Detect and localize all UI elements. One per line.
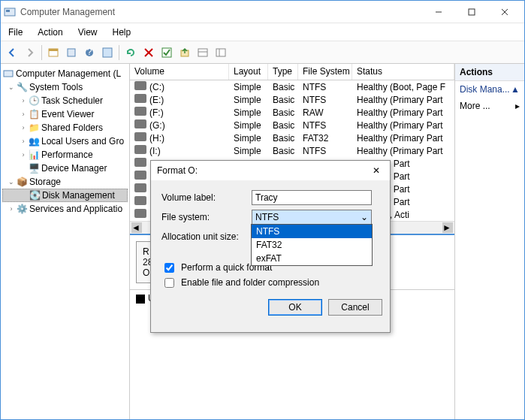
- delete-button[interactable]: [140, 44, 157, 61]
- compression-checkbox[interactable]: Enable file and folder compression: [161, 275, 379, 290]
- svg-rect-7: [49, 49, 58, 51]
- volume-icon: [134, 119, 146, 128]
- svg-rect-8: [68, 49, 75, 56]
- tree-local-users[interactable]: Local Users and Gro: [41, 136, 124, 147]
- app-icon: [4, 6, 16, 18]
- action-button-2[interactable]: [195, 44, 211, 61]
- table-row[interactable]: (G:)SimpleBasicNTFSHealthy (Primary Part: [130, 119, 454, 131]
- table-row[interactable]: (I:)SimpleBasicNTFSHealthy (Primary Part: [130, 144, 454, 157]
- maximize-button[interactable]: [455, 2, 488, 23]
- dialog-title: Format O:: [157, 165, 369, 176]
- svg-rect-3: [469, 9, 475, 15]
- dropdown-option-fat32[interactable]: FAT32: [252, 238, 372, 252]
- volume-icon: [134, 196, 146, 205]
- tree-event-viewer[interactable]: Event Viewer: [41, 109, 94, 119]
- collapse-icon: ▲: [511, 84, 520, 95]
- menubar: File Action View Help: [1, 23, 524, 41]
- expand-icon[interactable]: ›: [19, 151, 28, 159]
- ok-button[interactable]: OK: [268, 299, 322, 316]
- forward-button[interactable]: [22, 44, 38, 61]
- menu-help[interactable]: Help: [110, 26, 134, 39]
- check-button[interactable]: [158, 44, 175, 61]
- expand-icon[interactable]: ›: [19, 110, 28, 118]
- tree-shared-folders[interactable]: Shared Folders: [41, 122, 103, 133]
- scroll-left-icon[interactable]: ◄: [131, 222, 142, 233]
- tree-system-tools[interactable]: System Tools: [29, 82, 83, 92]
- table-row[interactable]: (H:)SimpleBasicFAT32Healthy (Primary Par…: [130, 131, 454, 144]
- expand-icon[interactable]: ›: [19, 124, 28, 131]
- file-system-value: NTFS: [255, 212, 279, 222]
- tree-root[interactable]: Computer Management (L: [16, 68, 121, 79]
- dropdown-option-ntfs[interactable]: NTFS: [252, 225, 372, 238]
- close-button[interactable]: [488, 2, 521, 23]
- menu-action[interactable]: Action: [35, 26, 65, 39]
- cancel-button[interactable]: Cancel: [328, 299, 382, 316]
- tree-task-scheduler[interactable]: Task Scheduler: [41, 95, 103, 106]
- view-button[interactable]: [99, 44, 116, 61]
- menu-view[interactable]: View: [75, 26, 101, 39]
- refresh-button[interactable]: [122, 44, 139, 61]
- titlebar: Computer Management: [1, 1, 524, 23]
- dropdown-option-exfat[interactable]: exFAT: [252, 252, 372, 265]
- svg-rect-1: [6, 10, 10, 12]
- svg-rect-20: [4, 71, 13, 77]
- device-icon: 🖥️: [28, 162, 40, 174]
- scheduler-icon: 🕒: [28, 95, 40, 107]
- tools-icon: 🔧: [16, 81, 28, 93]
- col-filesystem[interactable]: File System: [298, 64, 352, 80]
- col-volume[interactable]: Volume: [130, 64, 229, 80]
- file-system-dropdown-list[interactable]: NTFS FAT32 exFAT: [251, 224, 373, 266]
- expand-icon[interactable]: ›: [7, 205, 16, 213]
- dialog-close-button[interactable]: ✕: [369, 165, 384, 176]
- scroll-right-icon[interactable]: ►: [442, 222, 453, 233]
- expand-icon[interactable]: ›: [19, 97, 28, 104]
- table-row[interactable]: (F:)SimpleBasicRAWHealthy (Primary Part: [130, 106, 454, 119]
- collapse-icon[interactable]: ⌄: [7, 83, 16, 91]
- col-layout[interactable]: Layout: [229, 64, 268, 80]
- volume-icon: [134, 81, 146, 90]
- volume-label-input[interactable]: [252, 190, 372, 205]
- event-icon: 📋: [28, 108, 40, 120]
- tree-services[interactable]: Services and Applicatio: [29, 204, 122, 214]
- storage-icon: 📦: [16, 176, 28, 188]
- volume-icon: [134, 145, 146, 154]
- quick-format-input[interactable]: [164, 263, 174, 273]
- back-button[interactable]: [4, 44, 20, 61]
- table-row[interactable]: (C:)SimpleBasicNTFSHealthy (Boot, Page F: [130, 80, 454, 93]
- tree-performance[interactable]: Performance: [41, 150, 93, 160]
- chevron-down-icon: ⌄: [361, 212, 368, 222]
- legend-unallocated-swatch: [136, 295, 145, 304]
- expand-icon[interactable]: ›: [19, 137, 28, 145]
- volume-list-header: Volume Layout Type File System Status: [130, 64, 454, 80]
- actions-disk-item[interactable]: Disk Mana...▲: [455, 81, 524, 98]
- actions-more-item[interactable]: More ...▸: [455, 98, 524, 114]
- computer-icon: [2, 68, 14, 80]
- tree-disk-management[interactable]: Disk Management: [42, 190, 115, 201]
- performance-icon: 📊: [28, 149, 40, 161]
- collapse-icon[interactable]: ⌄: [7, 178, 16, 186]
- help-button[interactable]: ?: [81, 44, 98, 61]
- folder-icon: 📁: [28, 122, 40, 134]
- compression-input[interactable]: [164, 278, 174, 288]
- file-system-dropdown[interactable]: NTFS ⌄: [252, 210, 372, 225]
- tree-storage[interactable]: Storage: [29, 177, 61, 187]
- action-button-1[interactable]: [177, 44, 193, 61]
- menu-file[interactable]: File: [5, 26, 26, 39]
- show-hide-tree-button[interactable]: [45, 44, 62, 61]
- minimize-button[interactable]: [422, 2, 455, 23]
- tree-device-manager[interactable]: Device Manager: [41, 163, 107, 174]
- submenu-icon: ▸: [515, 101, 520, 111]
- action-button-3[interactable]: [213, 44, 229, 61]
- volume-icon: [134, 107, 146, 116]
- volume-icon: [134, 94, 146, 103]
- col-status[interactable]: Status: [352, 64, 454, 80]
- navigation-tree[interactable]: Computer Management (L ⌄🔧System Tools ›🕒…: [1, 64, 130, 419]
- col-type[interactable]: Type: [268, 64, 298, 80]
- properties-button[interactable]: [63, 44, 80, 61]
- table-row[interactable]: (E:)SimpleBasicNTFSHealthy (Primary Part: [130, 93, 454, 106]
- volume-icon: [134, 183, 146, 192]
- volume-icon: [134, 158, 146, 167]
- svg-rect-11: [103, 48, 112, 57]
- svg-text:?: ?: [87, 47, 92, 57]
- volume-label-label: Volume label:: [161, 192, 252, 203]
